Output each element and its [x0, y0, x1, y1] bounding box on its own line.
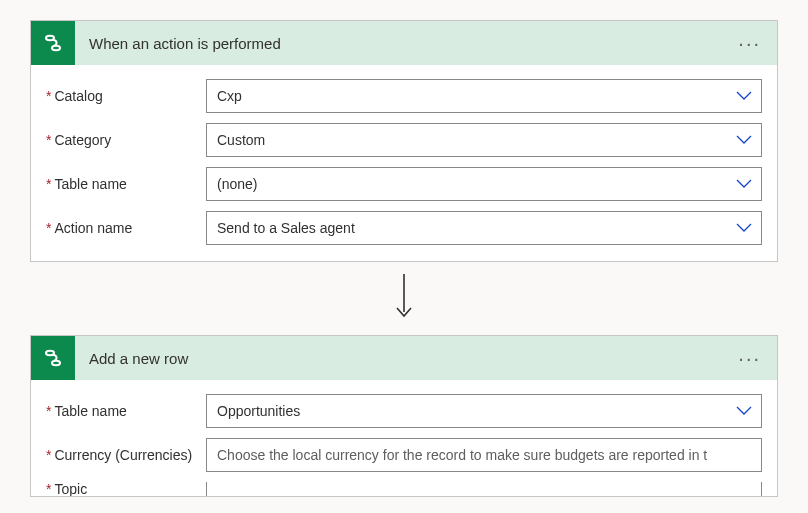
- required-asterisk: *: [46, 88, 51, 104]
- table-name-value-2: Opportunities: [217, 403, 300, 419]
- trigger-card: When an action is performed ··· * Catalo…: [30, 20, 778, 262]
- action-card-header[interactable]: Add a new row ···: [31, 336, 777, 380]
- currency-placeholder: Choose the local currency for the record…: [217, 447, 707, 463]
- catalog-label: * Catalog: [46, 88, 206, 104]
- required-asterisk: *: [46, 176, 51, 192]
- trigger-card-header[interactable]: When an action is performed ···: [31, 21, 777, 65]
- action-card-title: Add a new row: [75, 350, 722, 367]
- currency-row: * Currency (Currencies) Choose the local…: [46, 438, 762, 472]
- table-name-row-2: * Table name Opportunities: [46, 394, 762, 428]
- required-asterisk: *: [46, 447, 51, 463]
- dataverse-icon: [31, 336, 75, 380]
- table-name-label-2: * Table name: [46, 403, 206, 419]
- table-name-select[interactable]: (none): [206, 167, 762, 201]
- category-label-text: Category: [54, 132, 111, 148]
- table-name-value: (none): [217, 176, 257, 192]
- trigger-card-menu-button[interactable]: ···: [722, 33, 777, 53]
- currency-label-text: Currency (Currencies): [54, 447, 192, 463]
- topic-label-text: Topic: [54, 482, 87, 496]
- trigger-card-body: * Catalog Cxp * Category Custom: [31, 65, 777, 261]
- arrow-down-icon: [394, 272, 414, 323]
- action-name-value: Send to a Sales agent: [217, 220, 355, 236]
- topic-row: * Topic: [46, 482, 762, 496]
- catalog-row: * Catalog Cxp: [46, 79, 762, 113]
- table-name-label-text-2: Table name: [54, 403, 126, 419]
- category-value: Custom: [217, 132, 265, 148]
- flow-connector: [30, 262, 778, 335]
- currency-input[interactable]: Choose the local currency for the record…: [206, 438, 762, 472]
- action-card-body: * Table name Opportunities * Currency (C…: [31, 380, 777, 496]
- action-name-label-text: Action name: [54, 220, 132, 236]
- currency-label: * Currency (Currencies): [46, 447, 206, 463]
- dataverse-icon: [31, 21, 75, 65]
- action-name-label: * Action name: [46, 220, 206, 236]
- required-asterisk: *: [46, 220, 51, 236]
- action-name-select[interactable]: Send to a Sales agent: [206, 211, 762, 245]
- required-asterisk: *: [46, 403, 51, 419]
- category-label: * Category: [46, 132, 206, 148]
- table-name-label: * Table name: [46, 176, 206, 192]
- table-name-select-2[interactable]: Opportunities: [206, 394, 762, 428]
- action-card-menu-button[interactable]: ···: [722, 348, 777, 368]
- catalog-select[interactable]: Cxp: [206, 79, 762, 113]
- topic-label: * Topic: [46, 482, 206, 496]
- topic-input[interactable]: [206, 482, 762, 496]
- table-name-label-text: Table name: [54, 176, 126, 192]
- category-row: * Category Custom: [46, 123, 762, 157]
- category-select[interactable]: Custom: [206, 123, 762, 157]
- action-name-row: * Action name Send to a Sales agent: [46, 211, 762, 245]
- catalog-value: Cxp: [217, 88, 242, 104]
- required-asterisk: *: [46, 132, 51, 148]
- trigger-card-title: When an action is performed: [75, 35, 722, 52]
- required-asterisk: *: [46, 482, 51, 496]
- catalog-label-text: Catalog: [54, 88, 102, 104]
- action-card: Add a new row ··· * Table name Opportuni…: [30, 335, 778, 497]
- table-name-row: * Table name (none): [46, 167, 762, 201]
